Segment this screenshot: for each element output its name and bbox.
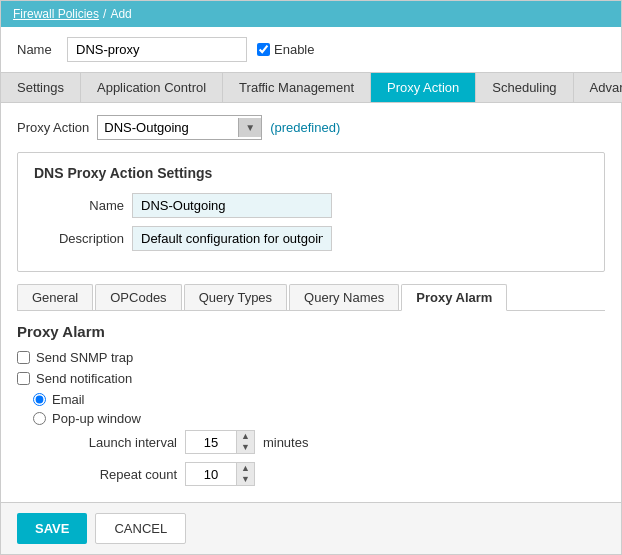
repeat-count-down[interactable]: ▼ <box>237 474 254 485</box>
dropdown-arrow-icon[interactable]: ▼ <box>238 118 261 137</box>
predefined-link[interactable]: (predefined) <box>270 120 340 135</box>
dns-description-label: Description <box>34 231 124 246</box>
popup-radio[interactable] <box>33 412 46 425</box>
name-input[interactable] <box>67 37 247 62</box>
launch-interval-spinner[interactable]: ▲ ▼ <box>185 430 255 454</box>
subtab-general[interactable]: General <box>17 284 93 310</box>
breadcrumb: Firewall Policies / Add <box>1 1 621 27</box>
repeat-count-label: Repeat count <box>77 467 177 482</box>
tab-app-control[interactable]: Application Control <box>81 73 223 102</box>
snmp-trap-checkbox[interactable] <box>17 351 30 364</box>
breadcrumb-current: Add <box>110 7 131 21</box>
email-radio[interactable] <box>33 393 46 406</box>
tab-proxy-action[interactable]: Proxy Action <box>371 73 476 102</box>
top-tabs: Settings Application Control Traffic Man… <box>1 72 621 103</box>
footer: SAVE CANCEL <box>1 502 621 554</box>
dns-name-label: Name <box>34 198 124 213</box>
popup-radio-row: Pop-up window <box>33 411 605 426</box>
proxy-action-label: Proxy Action <box>17 120 89 135</box>
tab-scheduling[interactable]: Scheduling <box>476 73 573 102</box>
snmp-trap-row: Send SNMP trap <box>17 350 605 365</box>
email-radio-row: Email <box>33 392 605 407</box>
launch-interval-down[interactable]: ▼ <box>237 442 254 453</box>
snmp-trap-label: Send SNMP trap <box>36 350 133 365</box>
subtab-opcodes[interactable]: OPCodes <box>95 284 181 310</box>
minutes-label: minutes <box>263 435 309 450</box>
subtab-query-types[interactable]: Query Types <box>184 284 287 310</box>
launch-interval-up[interactable]: ▲ <box>237 431 254 442</box>
repeat-count-spinner-buttons: ▲ ▼ <box>236 463 254 485</box>
sub-tabs: General OPCodes Query Types Query Names … <box>17 284 605 311</box>
send-notification-checkbox[interactable] <box>17 372 30 385</box>
name-label: Name <box>17 42 57 57</box>
proxy-alarm-section: Proxy Alarm Send SNMP trap Send notifica… <box>17 323 605 486</box>
subtab-proxy-alarm[interactable]: Proxy Alarm <box>401 284 507 311</box>
tab-settings[interactable]: Settings <box>1 73 81 102</box>
launch-interval-spinner-buttons: ▲ ▼ <box>236 431 254 453</box>
send-notification-row: Send notification <box>17 371 605 386</box>
enable-area: Enable <box>257 42 314 57</box>
name-row: Name Enable <box>1 27 621 72</box>
dns-description-row: Description <box>34 226 588 251</box>
enable-checkbox[interactable] <box>257 43 270 56</box>
dns-settings-title: DNS Proxy Action Settings <box>34 165 588 181</box>
repeat-count-up[interactable]: ▲ <box>237 463 254 474</box>
tab-traffic-mgmt[interactable]: Traffic Management <box>223 73 371 102</box>
launch-interval-row: Launch interval ▲ ▼ minutes <box>77 430 605 454</box>
launch-interval-label: Launch interval <box>77 435 177 450</box>
email-label: Email <box>52 392 85 407</box>
proxy-action-select[interactable]: DNS-Outgoing <box>98 116 238 139</box>
breadcrumb-separator: / <box>103 7 106 21</box>
enable-label: Enable <box>274 42 314 57</box>
main-content: Proxy Action DNS-Outgoing ▼ (predefined)… <box>1 103 621 502</box>
subtab-query-names[interactable]: Query Names <box>289 284 399 310</box>
cancel-button[interactable]: CANCEL <box>95 513 186 544</box>
dns-name-input[interactable] <box>132 193 332 218</box>
proxy-alarm-title: Proxy Alarm <box>17 323 605 340</box>
send-notification-label: Send notification <box>36 371 132 386</box>
dns-name-row: Name <box>34 193 588 218</box>
dns-settings-box: DNS Proxy Action Settings Name Descripti… <box>17 152 605 272</box>
launch-interval-input[interactable] <box>186 432 236 453</box>
save-button[interactable]: SAVE <box>17 513 87 544</box>
tab-advanced[interactable]: Advanced <box>574 73 622 102</box>
breadcrumb-parent[interactable]: Firewall Policies <box>13 7 99 21</box>
popup-label: Pop-up window <box>52 411 141 426</box>
proxy-action-select-wrapper[interactable]: DNS-Outgoing ▼ <box>97 115 262 140</box>
repeat-count-row: Repeat count ▲ ▼ <box>77 462 605 486</box>
proxy-action-row: Proxy Action DNS-Outgoing ▼ (predefined) <box>17 115 605 140</box>
repeat-count-input[interactable] <box>186 464 236 485</box>
repeat-count-spinner[interactable]: ▲ ▼ <box>185 462 255 486</box>
dns-description-input[interactable] <box>132 226 332 251</box>
